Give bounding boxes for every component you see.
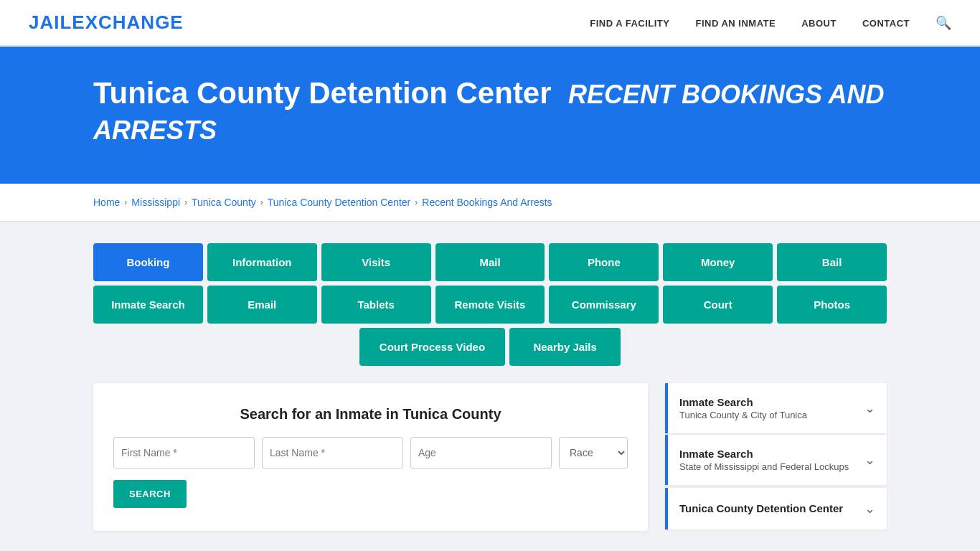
last-name-input[interactable] xyxy=(262,437,403,468)
logo[interactable]: JAILEXCHANGE xyxy=(29,11,184,34)
btn-visits[interactable]: Visits xyxy=(321,243,431,281)
lower-section: Search for an Inmate in Tunica County Ra… xyxy=(93,383,887,531)
search-box: Search for an Inmate in Tunica County Ra… xyxy=(93,383,648,531)
nav-links: FIND A FACILITY FIND AN INMATE ABOUT CON… xyxy=(590,15,951,31)
btn-court-process-video[interactable]: Court Process Video xyxy=(359,328,505,366)
btn-photos[interactable]: Photos xyxy=(777,286,887,324)
btn-tablets[interactable]: Tablets xyxy=(321,286,431,324)
nav-item-find-inmate[interactable]: FIND AN INMATE xyxy=(695,17,776,29)
chevron-down-icon-1: ⌄ xyxy=(864,400,875,416)
breadcrumb-home[interactable]: Home xyxy=(93,197,120,208)
search-title: Search for an Inmate in Tunica County xyxy=(113,406,628,423)
sidebar: Inmate Search Tunica County & City of Tu… xyxy=(665,383,887,529)
nav-search-icon[interactable]: 🔍 xyxy=(936,15,951,31)
sidebar-item-title-3: Tunica County Detention Center xyxy=(679,502,843,514)
logo-part2: EXCHANGE xyxy=(72,11,183,33)
btn-court[interactable]: Court xyxy=(663,286,773,324)
breadcrumb-tunica-county[interactable]: Tunica County xyxy=(192,197,256,208)
chevron-down-icon-3: ⌄ xyxy=(864,501,875,517)
nav-item-about[interactable]: ABOUT xyxy=(801,17,837,29)
hero-section: Tunica County Detention Center RECENT BO… xyxy=(0,47,980,184)
btn-nearby-jails[interactable]: Nearby Jails xyxy=(509,328,621,366)
nav-item-find-facility[interactable]: FIND A FACILITY xyxy=(590,17,669,29)
nav-item-contact[interactable]: CONTACT xyxy=(862,17,910,29)
search-fields: Race White Black Hispanic Asian Other xyxy=(113,437,628,468)
sidebar-item-title-2: Inmate Search xyxy=(679,448,849,460)
breadcrumb-detention-center[interactable]: Tunica County Detention Center xyxy=(268,197,410,208)
sidebar-item-detention-center[interactable]: Tunica County Detention Center ⌄ xyxy=(665,488,887,529)
btn-phone[interactable]: Phone xyxy=(549,243,659,281)
btn-remote-visits[interactable]: Remote Visits xyxy=(435,286,545,324)
chevron-down-icon-2: ⌄ xyxy=(864,452,875,468)
sidebar-item-subtitle-2: State of Mississippi and Federal Lockups xyxy=(679,461,849,472)
button-grid-row1: Booking Information Visits Mail Phone Mo… xyxy=(93,243,887,281)
breadcrumb: Home › Mississippi › Tunica County › Tun… xyxy=(93,197,887,208)
race-select[interactable]: Race White Black Hispanic Asian Other xyxy=(559,437,628,468)
main-content: Booking Information Visits Mail Phone Mo… xyxy=(0,222,980,551)
breadcrumb-bar: Home › Mississippi › Tunica County › Tun… xyxy=(0,184,980,222)
breadcrumb-current: Recent Bookings And Arrests xyxy=(422,197,552,208)
sidebar-item-inmate-search-ms[interactable]: Inmate Search State of Mississippi and F… xyxy=(665,435,887,485)
button-grid-row3: Court Process Video Nearby Jails xyxy=(93,328,887,366)
btn-bail[interactable]: Bail xyxy=(777,243,887,281)
navbar: JAILEXCHANGE FIND A FACILITY FIND AN INM… xyxy=(0,0,980,47)
button-grid-row2: Inmate Search Email Tablets Remote Visit… xyxy=(93,286,887,324)
sidebar-item-subtitle-1: Tunica County & City of Tunica xyxy=(679,410,807,420)
sidebar-item-inmate-search-tunica[interactable]: Inmate Search Tunica County & City of Tu… xyxy=(665,383,887,433)
search-button[interactable]: SEARCH xyxy=(113,480,187,508)
first-name-input[interactable] xyxy=(113,437,255,468)
btn-commissary[interactable]: Commissary xyxy=(549,286,659,324)
btn-booking[interactable]: Booking xyxy=(93,243,203,281)
btn-email[interactable]: Email xyxy=(207,286,317,324)
page-title: Tunica County Detention Center RECENT BO… xyxy=(93,75,887,148)
logo-part1: JAIL xyxy=(29,11,72,33)
sidebar-item-title-1: Inmate Search xyxy=(679,396,807,408)
age-input[interactable] xyxy=(410,437,552,468)
btn-inmate-search[interactable]: Inmate Search xyxy=(93,286,203,324)
btn-mail[interactable]: Mail xyxy=(435,243,545,281)
btn-money[interactable]: Money xyxy=(663,243,773,281)
breadcrumb-mississippi[interactable]: Mississippi xyxy=(131,197,180,208)
btn-information[interactable]: Information xyxy=(207,243,317,281)
